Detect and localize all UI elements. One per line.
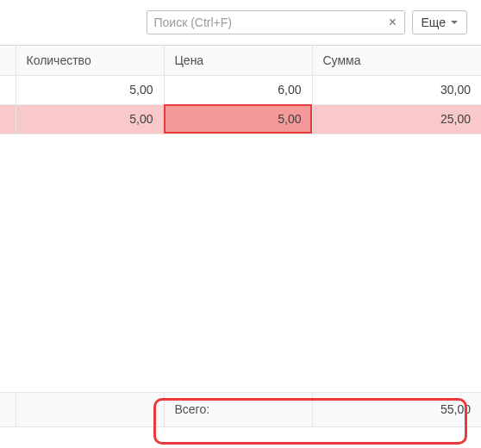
more-button[interactable]: Еще	[412, 10, 468, 34]
footer-total: 55,00	[312, 393, 481, 427]
cell-qty[interactable]: 5,00	[16, 75, 164, 104]
row-stub	[0, 75, 16, 104]
header-qty[interactable]: Количество	[16, 46, 164, 75]
footer-stub	[0, 393, 16, 427]
footer-label: Всего:	[164, 393, 312, 427]
header-sum[interactable]: Сумма	[312, 46, 481, 75]
toolbar: × Еще	[0, 0, 481, 45]
cell-sum[interactable]: 25,00	[312, 104, 481, 134]
cell-qty[interactable]: 5,00	[16, 104, 164, 134]
clear-icon[interactable]: ×	[382, 11, 404, 34]
cell-price[interactable]: 5,00	[164, 104, 312, 134]
search-wrap: ×	[147, 10, 405, 34]
search-input[interactable]	[147, 10, 405, 34]
row-stub	[0, 104, 16, 134]
table-row[interactable]: 5,00 6,00 30,00	[0, 75, 481, 104]
table-empty-area[interactable]	[0, 134, 481, 393]
more-button-label: Еще	[422, 16, 447, 29]
footer-empty	[16, 393, 164, 427]
cell-sum[interactable]: 30,00	[312, 75, 481, 104]
cell-price[interactable]: 6,00	[164, 75, 312, 104]
chevron-down-icon	[451, 21, 458, 24]
table-row[interactable]: 5,00 5,00 25,00	[0, 104, 481, 134]
data-table: Количество Цена Сумма 5,00 6,00 30,00 5,…	[0, 45, 481, 427]
header-price[interactable]: Цена	[164, 46, 312, 75]
table-header-row: Количество Цена Сумма	[0, 46, 481, 75]
header-stub	[0, 46, 16, 75]
footer-row: Всего: 55,00	[0, 393, 481, 427]
